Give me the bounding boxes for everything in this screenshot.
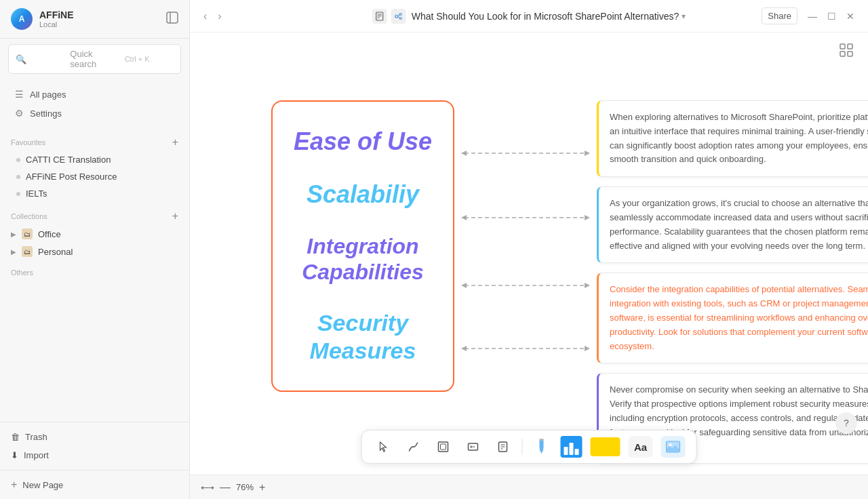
bottom-toolbar: Aa	[361, 430, 697, 464]
trash-icon: 🗑	[11, 432, 20, 442]
favourites-section: Favourites +	[0, 134, 189, 151]
chevron-down-icon: ▾	[682, 12, 686, 21]
svg-rect-13	[840, 52, 845, 56]
others-label: Others	[11, 268, 33, 277]
collection-item-personal[interactable]: ▶ 🗂 Personal	[0, 243, 189, 260]
fav-label: IELTs	[26, 188, 47, 199]
avatar: A	[11, 8, 33, 30]
doc-icon[interactable]	[372, 9, 387, 24]
ease-of-use-label: Ease of Use	[294, 127, 432, 156]
shapes-tool-button[interactable]	[591, 437, 620, 456]
sidebar-brand: A AFFiNE Local	[11, 8, 74, 30]
back-arrow[interactable]: ‹	[201, 7, 210, 25]
chart-bar-2	[570, 443, 574, 455]
connector-tool-button[interactable]	[403, 436, 425, 458]
settings-label: Settings	[30, 108, 62, 119]
svg-marker-23	[461, 283, 467, 288]
svg-line-10	[398, 16, 400, 18]
new-page-label: New Page	[22, 480, 63, 490]
zoom-controls: ⟷ — 76% +	[201, 481, 265, 494]
help-button[interactable]: ?	[835, 412, 857, 434]
all-pages-label: All pages	[30, 89, 66, 100]
svg-rect-11	[840, 44, 845, 49]
text-tool-label: Aa	[634, 441, 647, 453]
svg-marker-20	[461, 215, 467, 220]
main-content: ‹ › What Should You Look for in Microsof…	[190, 0, 868, 499]
quick-search[interactable]: 🔍 Quick search Ctrl + K	[8, 44, 181, 74]
svg-marker-26	[461, 346, 467, 351]
text-tool-button[interactable]: Aa	[629, 436, 653, 458]
sidebar-item-settings[interactable]: ⚙ Settings	[3, 104, 186, 123]
ease-info-card: When exploring alternatives to Microsoft…	[597, 100, 868, 177]
favourite-item-ielts[interactable]: IELTs	[0, 185, 189, 202]
fit-width-icon[interactable]: ⟷	[201, 482, 214, 493]
zoom-out-button[interactable]: —	[220, 481, 231, 494]
pencil-tool-button[interactable]	[531, 436, 553, 458]
svg-rect-39	[597, 441, 614, 453]
grid-view-button[interactable]	[835, 39, 857, 61]
sidebar-toggle-button[interactable]	[166, 12, 178, 26]
fav-label: CATTI CE Translation	[26, 155, 111, 165]
integration-info-card: Consider the integration capabilities of…	[597, 273, 868, 363]
search-shortcut: Ctrl + K	[125, 55, 174, 63]
note-tool-button[interactable]	[492, 436, 514, 458]
sidebar-nav: ☰ All pages ⚙ Settings	[0, 79, 189, 128]
chart-tool-button[interactable]	[561, 436, 583, 458]
document-title[interactable]: What Should You Look for in Microsoft Sh…	[412, 11, 686, 22]
collection-label: Office	[38, 229, 61, 239]
info-cards: When exploring alternatives to Microsoft…	[597, 100, 868, 464]
folder-icon: 🗂	[22, 246, 33, 257]
svg-marker-22	[585, 283, 590, 288]
new-page-button[interactable]: + New Page	[0, 470, 189, 499]
collection-item-office[interactable]: ▶ 🗂 Office	[0, 225, 189, 243]
dot-icon	[16, 158, 20, 162]
svg-line-9	[398, 15, 400, 16]
svg-point-6	[395, 15, 398, 18]
window-controls: — ☐ ✕	[806, 9, 857, 23]
mindmap-left-card: Ease of Use Scalabiliy Integration Capab…	[271, 100, 454, 392]
svg-marker-19	[585, 215, 590, 220]
svg-point-41	[669, 443, 672, 446]
close-button[interactable]: ✕	[844, 9, 857, 23]
sidebar-header: A AFFiNE Local	[0, 0, 189, 39]
search-icon: 🔍	[16, 54, 64, 64]
integration-desc-text: Consider the integration capabilities of…	[610, 283, 868, 353]
frame-tool-button[interactable]	[433, 436, 454, 458]
embed-tool-button[interactable]	[462, 436, 484, 458]
zoom-level-display: 76%	[236, 482, 254, 492]
svg-rect-12	[848, 44, 852, 49]
dot-icon	[16, 192, 20, 196]
chart-bar-1	[564, 447, 568, 455]
sidebar-item-all-pages[interactable]: ☰ All pages	[3, 85, 186, 104]
svg-marker-37	[540, 450, 544, 454]
security-label: Security Measures	[286, 309, 439, 365]
svg-rect-38	[540, 439, 544, 441]
import-item[interactable]: ⬇ Import	[0, 446, 189, 464]
zoom-in-button[interactable]: +	[259, 481, 265, 494]
svg-marker-17	[461, 151, 467, 156]
trash-item[interactable]: 🗑 Trash	[0, 428, 189, 446]
edgeless-icon[interactable]	[391, 9, 406, 24]
favourite-item-affine[interactable]: AFFiNE Post Resource	[0, 168, 189, 185]
svg-rect-14	[848, 52, 852, 56]
share-button[interactable]: Share	[762, 7, 797, 24]
svg-marker-16	[585, 151, 590, 156]
scalability-label: Scalabiliy	[307, 180, 419, 209]
toolbar-divider-1	[522, 439, 523, 455]
canvas-area[interactable]: Ease of Use Scalabiliy Integration Capab…	[190, 33, 868, 475]
nav-arrows: ‹ ›	[201, 7, 224, 25]
collections-label: Collections	[11, 212, 47, 220]
minimize-button[interactable]: —	[806, 9, 819, 23]
caret-icon: ▶	[11, 231, 16, 238]
status-bar: ⟷ — 76% +	[190, 475, 868, 499]
sidebar-bottom: 🗑 Trash ⬇ Import	[0, 422, 189, 470]
title-icons	[372, 9, 406, 24]
select-tool-button[interactable]	[373, 436, 395, 458]
template-tool-button[interactable]	[661, 436, 686, 458]
add-favourite-button[interactable]: +	[172, 136, 178, 148]
forward-arrow[interactable]: ›	[215, 7, 224, 25]
add-collection-button[interactable]: +	[172, 210, 178, 222]
maximize-button[interactable]: ☐	[825, 9, 838, 23]
settings-icon: ⚙	[14, 108, 24, 119]
favourite-item-catti[interactable]: CATTI CE Translation	[0, 151, 189, 168]
